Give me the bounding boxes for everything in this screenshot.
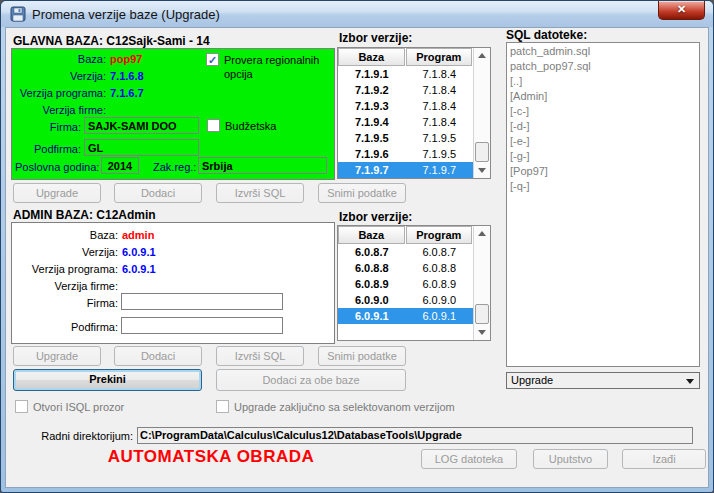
dialog-window: Promena verzije baze (Upgrade) ✕ GLAVNA …: [0, 0, 714, 493]
admin-firma-label: Firma:: [11, 297, 118, 309]
provera-regionalnih-checkbox[interactable]: ✓: [206, 53, 219, 66]
glavna-izvrsi-sql-button[interactable]: Izvrši SQL: [216, 183, 304, 203]
program-cell: 7.1.9.7: [406, 162, 474, 178]
admin-izvrsi-sql-button[interactable]: Izvrši SQL: [216, 346, 304, 366]
automatska-obrada-status: AUTOMATSKA OBRADA: [31, 447, 391, 467]
sql-file-item[interactable]: [Pop97]: [507, 164, 699, 179]
baza-cell: 7.1.9.6: [338, 146, 406, 162]
version-row[interactable]: 6.0.9.16.0.9.1: [338, 308, 473, 324]
admin-izbor-verzije-label: Izbor verzije:: [339, 210, 412, 224]
glavna-dodaci-button[interactable]: Dodaci: [114, 183, 202, 203]
poslovna-godina-label: Poslovna godina:: [15, 161, 99, 173]
sql-file-item[interactable]: [-q-]: [507, 179, 699, 194]
version-row[interactable]: 7.1.9.47.1.8.4: [338, 114, 473, 130]
scrollbar-thumb[interactable]: [475, 304, 489, 324]
sql-file-item[interactable]: patch_admin.sql: [507, 44, 699, 59]
version-row[interactable]: 7.1.9.57.1.9.5: [338, 130, 473, 146]
column-header-program[interactable]: Program: [406, 226, 473, 244]
baza-cell: 6.0.8.8: [338, 260, 406, 276]
close-button[interactable]: ✕: [658, 1, 705, 20]
sql-file-item[interactable]: [-g-]: [507, 149, 699, 164]
izadji-button[interactable]: Izađi: [622, 449, 706, 469]
prekini-button[interactable]: Prekini: [13, 369, 202, 391]
budzetska-checkbox[interactable]: [207, 119, 220, 132]
upgrade-zakljucno-label: Upgrade zaključno sa selektovanom verzij…: [234, 401, 455, 413]
column-header-baza[interactable]: Baza: [338, 48, 405, 66]
admin-grid-header: Baza Program: [338, 226, 473, 244]
glavna-snimi-podatke-button[interactable]: Snimi podatke: [318, 183, 406, 203]
sql-file-item[interactable]: [-e-]: [507, 134, 699, 149]
scroll-up-icon[interactable]: [474, 226, 490, 241]
glavna-upgrade-button[interactable]: Upgrade: [13, 183, 101, 203]
sql-file-item[interactable]: patch_pop97.sql: [507, 59, 699, 74]
version-row[interactable]: 6.0.8.86.0.8.8: [338, 260, 473, 276]
mode-dropdown[interactable]: Upgrade: [506, 372, 700, 389]
dodaci-za-obe-baze-button[interactable]: Dodaci za obe baze: [216, 369, 406, 391]
version-row[interactable]: 7.1.9.17.1.8.4: [338, 66, 473, 82]
admin-verzija-label: Verzija:: [11, 246, 118, 258]
admin-grid-scrollbar[interactable]: [473, 226, 490, 340]
baza-cell: 7.1.9.4: [338, 114, 406, 130]
firma-input[interactable]: [84, 117, 199, 134]
program-cell: 7.1.8.4: [406, 114, 474, 130]
sql-file-item[interactable]: [-d-]: [507, 119, 699, 134]
scroll-up-icon[interactable]: [474, 48, 490, 63]
otvori-isql-label: Otvori ISQL prozor: [33, 401, 124, 413]
baza-value: pop97: [110, 53, 142, 65]
admin-dodaci-button[interactable]: Dodaci: [114, 346, 202, 366]
baza-label: Baza:: [11, 53, 106, 65]
log-datoteka-button[interactable]: LOG datoteka: [421, 449, 517, 469]
admin-baza-heading: ADMIN BAZA: C12Admin: [13, 208, 156, 222]
version-row[interactable]: 7.1.9.67.1.9.5: [338, 146, 473, 162]
baza-cell: 7.1.9.3: [338, 98, 406, 114]
sql-datoteke-label: SQL datoteke:: [506, 28, 587, 42]
admin-upgrade-button[interactable]: Upgrade: [13, 346, 101, 366]
version-row[interactable]: 6.0.8.96.0.8.9: [338, 276, 473, 292]
sql-file-item[interactable]: [-c-]: [507, 104, 699, 119]
program-cell: 6.0.8.8: [406, 260, 474, 276]
version-row[interactable]: 6.0.9.06.0.9.0: [338, 292, 473, 308]
verzija-firme-label: Verzija firme:: [11, 104, 106, 116]
glavna-grid-header: Baza Program: [338, 48, 473, 66]
zak-reg-input[interactable]: [198, 157, 327, 174]
program-cell: 7.1.8.4: [406, 66, 474, 82]
glavna-grid-scrollbar[interactable]: [473, 48, 490, 178]
baza-cell: 7.1.9.7: [338, 162, 406, 178]
sql-file-item[interactable]: [..]: [507, 74, 699, 89]
podfirma-input[interactable]: [84, 139, 199, 156]
baza-cell: 7.1.9.5: [338, 130, 406, 146]
scroll-down-icon[interactable]: [474, 325, 490, 340]
version-row[interactable]: 7.1.9.37.1.8.4: [338, 98, 473, 114]
scrollbar-thumb[interactable]: [475, 142, 489, 162]
radni-direktorijum-field: C:\ProgramData\Calculus\Calculus12\Datab…: [137, 427, 693, 444]
glavna-baza-heading: GLAVNA BAZA: C12Sajk-Sami - 14: [13, 34, 210, 48]
baza-cell: 6.0.9.0: [338, 292, 406, 308]
program-cell: 7.1.9.5: [406, 146, 474, 162]
sql-file-item[interactable]: [Admin]: [507, 89, 699, 104]
zak-reg-label: Zak.reg.:: [153, 161, 196, 173]
title-bar[interactable]: Promena verzije baze (Upgrade) ✕: [1, 1, 713, 27]
version-row[interactable]: 7.1.9.27.1.8.4: [338, 82, 473, 98]
poslovna-godina-input[interactable]: [101, 157, 139, 174]
glavna-izbor-verzije-label: Izbor verzije:: [339, 31, 412, 45]
otvori-isql-checkbox[interactable]: [15, 400, 28, 413]
window-title: Promena verzije baze (Upgrade): [32, 7, 220, 22]
admin-version-grid: Baza Program 6.0.8.76.0.8.76.0.8.86.0.8.…: [337, 225, 491, 341]
baza-cell: 6.0.8.9: [338, 276, 406, 292]
admin-firma-input[interactable]: [121, 293, 283, 310]
firma-label: Firma:: [11, 121, 81, 133]
admin-grid-body: 6.0.8.76.0.8.76.0.8.86.0.8.86.0.8.96.0.8…: [338, 244, 473, 340]
uputstvo-button[interactable]: Uputstvo: [533, 449, 608, 469]
upgrade-zakljucno-checkbox[interactable]: [216, 400, 229, 413]
admin-podfirma-label: Podfirma:: [11, 321, 118, 333]
version-row[interactable]: 7.1.9.77.1.9.7: [338, 162, 473, 178]
admin-snimi-podatke-button[interactable]: Snimi podatke: [318, 346, 406, 366]
scroll-down-icon[interactable]: [474, 163, 490, 178]
admin-verzija-firme-label: Verzija firme:: [11, 280, 118, 292]
admin-podfirma-input[interactable]: [121, 317, 283, 334]
column-header-baza[interactable]: Baza: [338, 226, 405, 244]
verzija-programa-value: 7.1.6.7: [110, 87, 144, 99]
column-header-program[interactable]: Program: [406, 48, 473, 66]
baza-cell: 6.0.9.1: [338, 308, 406, 324]
version-row[interactable]: 6.0.8.76.0.8.7: [338, 244, 473, 260]
